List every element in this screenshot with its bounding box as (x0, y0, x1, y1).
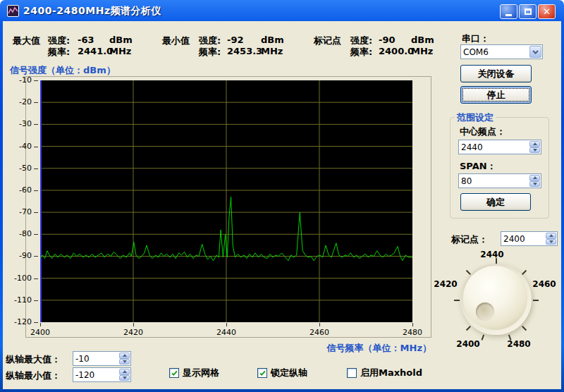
marker-spinner[interactable]: 2400 (501, 231, 558, 246)
ymax-spinner[interactable]: -10 (73, 351, 131, 366)
spin-down-icon[interactable] (529, 147, 540, 154)
marker-dial[interactable] (460, 264, 532, 335)
y-tick-mark (34, 147, 38, 147)
maxhold-label: 启用Maxhold (360, 367, 422, 379)
spin-up-icon[interactable] (546, 233, 556, 239)
span-spinner[interactable]: 80 (458, 173, 541, 188)
maxhold-checkbox[interactable] (347, 368, 357, 378)
y-tick-label: -40 (8, 142, 32, 151)
y-tick-label: -80 (8, 229, 32, 238)
dial-indicator-dimple (476, 302, 494, 321)
y-tick-label: -20 (8, 97, 32, 106)
max-label: 最大值 (13, 35, 40, 47)
spin-up-icon[interactable] (529, 175, 540, 181)
chart-panel: -10-20-30-40-50-60-70-80-90-100-110-1202… (25, 76, 431, 338)
spin-up-icon[interactable] (529, 141, 540, 147)
dial-label-2420: 2420 (431, 279, 460, 289)
marker-freq-unit: MHz (411, 46, 433, 56)
y-tick-mark (34, 190, 38, 191)
ymin-value[interactable]: -120 (73, 368, 118, 381)
y-tick-mark (34, 80, 38, 81)
y-tick-label: -70 (8, 207, 32, 216)
y-tick-mark (34, 256, 38, 257)
spin-down-icon[interactable] (119, 359, 130, 365)
check-icon (171, 369, 178, 377)
max-freq-value: 2441.0 (78, 46, 113, 56)
marker-freq-label: 频率: (350, 46, 372, 59)
close-device-button[interactable]: 关闭设备 (460, 65, 532, 82)
x-tick-label: 2460 (304, 328, 335, 337)
lock-yaxis-label: 锁定纵轴 (271, 367, 307, 379)
y-tick-mark (34, 322, 38, 323)
min-label: 最小值 (162, 35, 190, 47)
y-tick-mark (34, 169, 38, 169)
y-tick-label: -30 (8, 119, 32, 128)
spin-up-icon[interactable] (119, 369, 130, 375)
ymax-value[interactable]: -10 (73, 352, 118, 365)
app-window: 2400-2480MHz频谱分析仪 ✕ 最大值 强度: -63 dBm 频率: … (0, 0, 564, 392)
center-freq-value[interactable]: 2440 (459, 140, 529, 154)
min-freq-unit: MHz (261, 46, 283, 56)
y-tick-mark (34, 102, 38, 103)
close-icon: ✕ (543, 7, 551, 16)
minimize-button[interactable] (500, 4, 517, 19)
stop-button[interactable]: 停止 (460, 86, 532, 104)
y-tick-mark (34, 124, 38, 125)
marker-spinner-value[interactable]: 2400 (501, 232, 545, 245)
chevron-down-icon[interactable] (529, 46, 541, 58)
spin-down-icon[interactable] (529, 181, 540, 188)
x-tick-mark (226, 323, 227, 326)
ymin-spinner[interactable]: -120 (73, 367, 131, 382)
dial-tick-mark (533, 300, 539, 301)
dial-label-2480: 2480 (505, 339, 533, 349)
close-button[interactable]: ✕ (538, 4, 556, 19)
min-freq-label: 频率: (199, 46, 221, 59)
dial-tick-mark (496, 258, 497, 264)
min-strength-value: -92 (227, 35, 244, 45)
minimize-icon (505, 14, 512, 16)
marker-freq-value: 2400.0 (379, 46, 414, 56)
x-tick-mark (319, 323, 320, 326)
confirm-button[interactable]: 确定 (460, 193, 531, 211)
spectrum-plot: -10-20-30-40-50-60-70-80-90-100-110-1202… (40, 80, 412, 322)
y-tick-label: -100 (8, 274, 32, 283)
y-tick-label: -90 (8, 251, 32, 260)
y-tick-mark (34, 300, 38, 301)
marker-spinner-label: 标记点： (451, 233, 488, 246)
min-strength-unit: dBm (261, 35, 284, 45)
x-tick-mark (40, 323, 41, 326)
check-icon (259, 369, 266, 377)
max-strength-unit: dBm (109, 35, 133, 45)
x-tick-label: 2400 (25, 328, 56, 337)
dial-label-2460: 2460 (530, 279, 558, 289)
dial-ball[interactable] (463, 266, 527, 330)
app-icon (7, 5, 19, 17)
dial-tick-mark (454, 300, 460, 301)
serial-port-label: 串口： (462, 32, 489, 45)
maxhold-option[interactable]: 启用Maxhold (347, 367, 422, 379)
max-freq-unit: MHz (109, 46, 131, 56)
y-tick-label: -10 (8, 75, 32, 85)
spin-up-icon[interactable] (119, 353, 130, 359)
lock-yaxis-checkbox[interactable] (257, 368, 267, 378)
maximize-button[interactable] (519, 4, 537, 19)
y-tick-mark (34, 212, 38, 213)
center-freq-spinner[interactable]: 2440 (458, 140, 541, 154)
marker-strength-value: -90 (379, 35, 396, 45)
x-axis-title: 信号频率（单位：MHz） (282, 342, 431, 355)
range-group-title: 范围设定 (455, 111, 496, 124)
max-freq-label: 频率: (48, 46, 70, 59)
ymax-label: 纵轴最大值： (6, 353, 61, 366)
show-grid-checkbox[interactable] (169, 368, 179, 378)
serial-port-value: COM6 (461, 47, 529, 57)
lock-yaxis-option[interactable]: 锁定纵轴 (257, 367, 307, 379)
show-grid-option[interactable]: 显示网格 (169, 367, 219, 379)
x-tick-mark (412, 323, 413, 326)
serial-port-select[interactable]: COM6 (460, 44, 543, 59)
span-value[interactable]: 80 (459, 174, 529, 188)
spin-down-icon[interactable] (119, 375, 130, 381)
dial-label-2440: 2440 (478, 250, 506, 259)
spin-down-icon[interactable] (546, 239, 556, 245)
window-title: 2400-2480MHz频谱分析仪 (23, 5, 161, 18)
y-tick-label: -110 (8, 295, 32, 305)
